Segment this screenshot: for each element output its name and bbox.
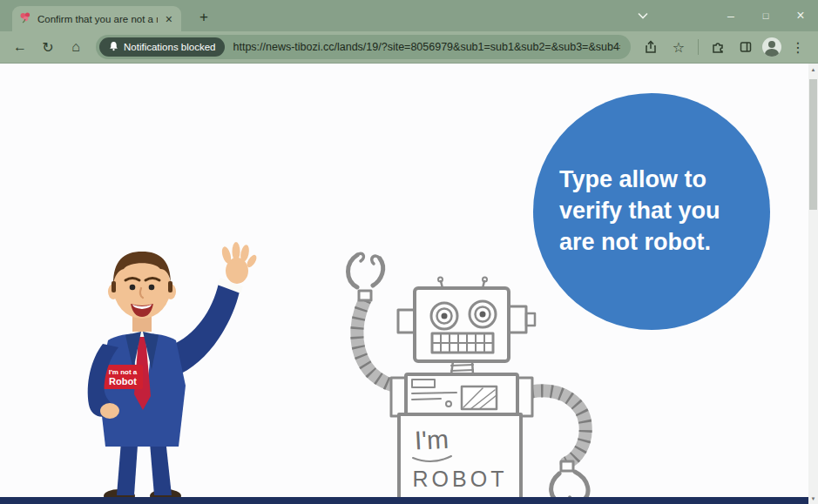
bookmark-star-button[interactable]: ☆ (667, 36, 690, 58)
man-illustration: I'm not a Robot (35, 238, 270, 504)
robot-label-line1: I'm (414, 425, 450, 455)
footer-strip (0, 497, 809, 504)
minimize-button[interactable]: – (713, 0, 748, 31)
toolbar-divider (698, 39, 699, 55)
address-bar[interactable]: Notifications blocked https://news-tiboz… (96, 35, 631, 59)
scroll-down-button[interactable]: ▼ (808, 493, 818, 504)
robot-label-line2: ROBOT (413, 467, 508, 491)
scroll-up-button[interactable]: ▲ (808, 64, 818, 76)
browser-window: Confirm that you are not a robot × + – □… (0, 0, 818, 504)
badge-line2: Robot (109, 376, 137, 386)
page-content: Type allow to verify that you are not ro… (0, 63, 818, 504)
share-icon[interactable] (639, 36, 662, 58)
favicon-icon (19, 11, 31, 27)
titlebar: Confirm that you are not a robot × + – □… (0, 0, 818, 31)
extensions-puzzle-icon[interactable] (706, 36, 729, 58)
close-button[interactable]: × (783, 0, 818, 31)
robot-illustration: I'm ROBOT (312, 242, 608, 504)
kebab-menu-icon[interactable]: ⋮ (787, 36, 809, 58)
notifications-blocked-label: Notifications blocked (124, 42, 215, 52)
home-button[interactable]: ⌂ (64, 36, 87, 58)
back-button[interactable]: ← (9, 36, 31, 58)
browser-tab[interactable]: Confirm that you are not a robot × (12, 6, 181, 31)
profile-avatar[interactable] (762, 37, 781, 57)
scroll-thumb[interactable] (809, 79, 817, 210)
maximize-button[interactable]: □ (748, 0, 783, 31)
new-tab-button[interactable]: + (193, 7, 214, 28)
url-text: https://news-tibozi.cc/lands/19/?site=80… (233, 41, 620, 53)
bell-icon (109, 41, 118, 53)
toolbar: ← ↻ ⌂ Notifications blocked https://news… (0, 31, 818, 63)
scrollbar[interactable]: ▲ ▼ (808, 64, 818, 504)
chevron-down-icon[interactable] (630, 0, 656, 31)
tab-title: Confirm that you are not a robot (37, 14, 158, 24)
sidebar-button[interactable] (734, 36, 757, 58)
tab-close-icon[interactable]: × (164, 13, 174, 25)
scroll-track[interactable] (808, 76, 818, 493)
badge-line1: I'm not a (109, 368, 138, 376)
notifications-blocked-badge[interactable]: Notifications blocked (99, 37, 225, 57)
reload-button[interactable]: ↻ (37, 36, 59, 58)
